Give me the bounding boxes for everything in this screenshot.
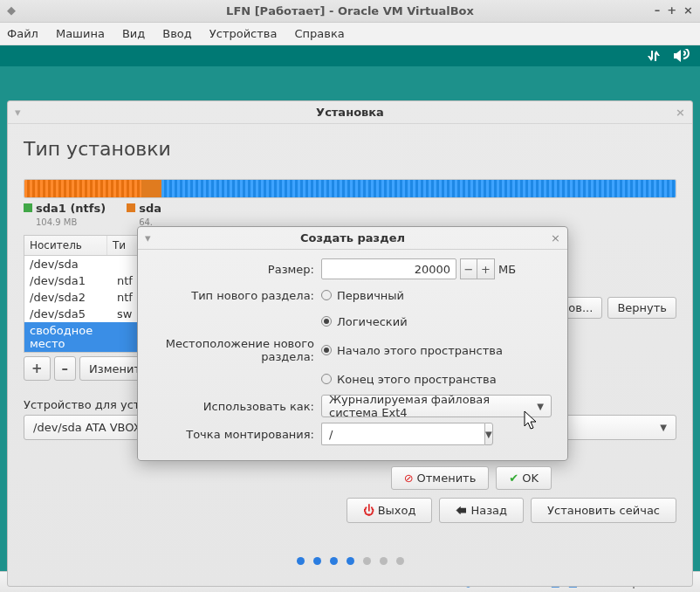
guest-tray xyxy=(0,45,700,66)
installer-titlebar: ▾ Установка × xyxy=(8,101,692,124)
dialog-title: Создать раздел xyxy=(300,231,405,244)
partition-table[interactable]: Носитель Ти /dev/sda /dev/sda1ntf /dev/s… xyxy=(24,235,146,353)
radio-primary[interactable]: Первичный xyxy=(321,289,404,302)
ok-button[interactable]: ✔OK xyxy=(496,466,552,490)
use-as-label: Использовать как: xyxy=(147,400,321,413)
menu-devices[interactable]: Устройства xyxy=(209,27,278,40)
table-row[interactable]: /dev/sda xyxy=(24,256,145,272)
mount-label: Точка монтирования: xyxy=(147,428,321,441)
table-row[interactable]: /dev/sda5sw xyxy=(24,306,145,322)
table-row-selected[interactable]: свободное место xyxy=(24,322,145,352)
type-label: Тип нового раздела: xyxy=(147,289,321,302)
cancel-icon: ⊘ xyxy=(404,472,414,485)
dialog-close-icon[interactable]: × xyxy=(551,231,560,244)
menu-help[interactable]: Справка xyxy=(294,27,344,40)
power-icon: ⏻ xyxy=(363,504,374,517)
window-titlebar: ◆ LFN [Работает] - Oracle VM VirtualBox … xyxy=(0,0,700,23)
back-button[interactable]: 🡄Назад xyxy=(439,498,524,523)
installer-close-icon[interactable]: × xyxy=(676,106,685,119)
progress-dots xyxy=(8,557,692,565)
window-title: LFN [Работает] - Oracle VM VirtualBox xyxy=(226,4,474,17)
table-row[interactable]: /dev/sda2ntf xyxy=(24,289,145,306)
size-decrease-button[interactable]: − xyxy=(460,258,477,279)
radio-begin[interactable]: Начало этого пространства xyxy=(321,344,503,357)
remove-partition-button[interactable]: – xyxy=(54,356,77,381)
disk-legend: sda1 (ntfs)104.9 MB sda64. xyxy=(24,202,676,228)
menu-machine[interactable]: Машина xyxy=(56,27,105,40)
disk-usage-bar xyxy=(24,179,676,198)
create-partition-dialog: ▾ Создать раздел × Размер: − + МБ xyxy=(137,226,568,461)
revert-button[interactable]: Вернуть xyxy=(607,297,676,319)
minimize-button[interactable]: – xyxy=(655,3,661,17)
radio-end[interactable]: Конец этого пространства xyxy=(321,373,497,386)
location-label: Местоположение нового раздела: xyxy=(147,337,321,363)
dialog-menu-icon[interactable]: ▾ xyxy=(145,231,151,244)
check-icon: ✔ xyxy=(509,472,518,485)
table-row[interactable]: /dev/sda1ntf xyxy=(24,272,145,289)
add-partition-button[interactable]: + xyxy=(24,356,51,381)
menu-file[interactable]: Файл xyxy=(7,27,38,40)
mount-point-combo[interactable]: ▼ xyxy=(321,423,478,445)
col-device[interactable]: Носитель xyxy=(24,236,107,255)
mount-point-dropdown-button[interactable]: ▼ xyxy=(484,423,493,445)
network-icon[interactable] xyxy=(648,49,662,63)
page-heading: Тип установки xyxy=(24,138,676,160)
size-input[interactable] xyxy=(321,258,456,279)
radio-logical[interactable]: Логический xyxy=(321,315,408,328)
size-label: Размер: xyxy=(147,263,321,276)
filesystem-select[interactable]: Журналируемая файловая система Ext4▼ xyxy=(321,395,552,417)
menu-input[interactable]: Ввод xyxy=(162,27,192,40)
size-increase-button[interactable]: + xyxy=(477,258,495,279)
chevron-down-icon: ▼ xyxy=(537,402,544,411)
arrow-left-icon: 🡄 xyxy=(456,504,467,517)
chevron-down-icon: ▼ xyxy=(660,423,667,432)
menu-view[interactable]: Вид xyxy=(122,27,145,40)
guest-screen: ▾ Установка × Тип установки sda1 (ntfs)1… xyxy=(0,45,700,571)
menubar: Файл Машина Вид Ввод Устройства Справка xyxy=(0,23,700,45)
quit-button[interactable]: ⏻Выход xyxy=(347,498,433,523)
maximize-button[interactable]: + xyxy=(667,3,676,17)
cancel-button[interactable]: ⊘Отменить xyxy=(391,466,490,490)
chevron-down-icon: ▼ xyxy=(485,430,492,439)
installer-title: Установка xyxy=(316,106,384,119)
sound-icon[interactable] xyxy=(674,49,690,63)
app-icon: ◆ xyxy=(7,3,16,17)
size-unit: МБ xyxy=(498,263,516,276)
close-button[interactable]: × xyxy=(683,3,693,17)
installer-menu-icon[interactable]: ▾ xyxy=(15,106,21,119)
install-now-button[interactable]: Установить сейчас xyxy=(531,498,676,523)
mount-point-input[interactable] xyxy=(321,423,484,445)
